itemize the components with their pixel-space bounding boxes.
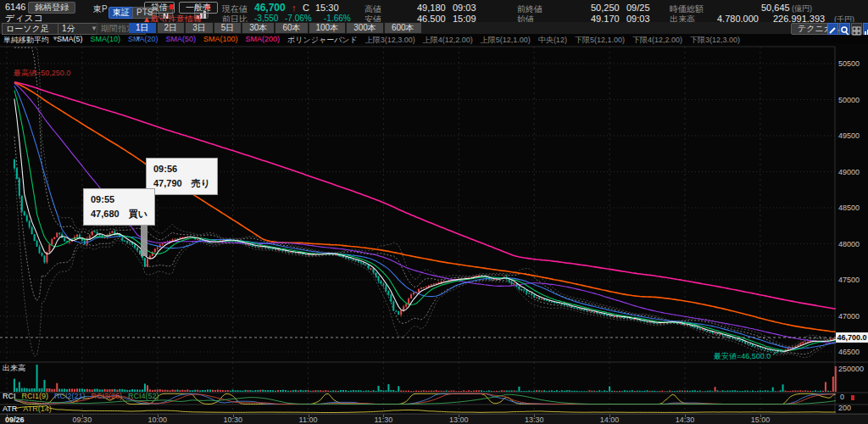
bollinger-band-label: 上限4(12,2.00) [423, 35, 473, 46]
period-button-60本[interactable]: 60本 [275, 23, 307, 33]
candle [518, 287, 520, 289]
volume-bar [353, 390, 354, 392]
volume-bar [330, 391, 331, 392]
volume-bar [765, 390, 766, 392]
candle [400, 310, 402, 315]
bollinger-band-label: 下限4(12,2.00) [632, 35, 682, 46]
candle [413, 293, 415, 294]
volume-bar [176, 389, 178, 392]
candle [69, 242, 70, 243]
market-segment: 東P [93, 3, 108, 15]
candle [794, 346, 796, 347]
general-sell-button[interactable]: 一般売 [179, 2, 218, 14]
volume-bar [772, 388, 774, 392]
volume-bar [729, 391, 731, 392]
volume-bar [403, 391, 404, 392]
volume-bar [822, 391, 824, 392]
time-tick-mark [233, 415, 234, 417]
candle [363, 263, 364, 265]
exchange-tse-button[interactable]: 東証 [108, 7, 134, 19]
period-button-3日[interactable]: 3日 [186, 23, 213, 33]
candle [56, 233, 58, 237]
trade-time: 09:56 [153, 162, 210, 176]
chart-type-dropdown[interactable]: ローソク足▼ [2, 23, 63, 35]
volume-bar [674, 391, 676, 392]
period-button-5日[interactable]: 5日 [214, 23, 242, 33]
time-tick-label: 09/26 [5, 416, 25, 424]
period-button-2日[interactable]: 2日 [158, 23, 185, 33]
candle [624, 317, 626, 318]
candle [744, 342, 746, 343]
magnifier-icon[interactable] [839, 23, 850, 35]
volume-bar [506, 390, 508, 392]
bollinger-band-label: 下限3(12,3.00) [690, 35, 740, 46]
volume-bar [376, 391, 377, 392]
volume-bar [785, 391, 787, 392]
stock-chart-app: 6146 ディスコ 銘柄登録 東P 東証 PTS N 貸借 一般売 ▲取引注意情… [0, 0, 868, 424]
candle [247, 244, 248, 245]
candle [538, 298, 540, 299]
volume-bar [654, 391, 655, 392]
volume-bar [392, 390, 394, 392]
trade-tooltip-sell: 09:56 47,790 売り [146, 158, 218, 195]
bar-chart-icon[interactable] [863, 23, 868, 35]
volume-bar [807, 391, 809, 392]
volume-bar [292, 390, 294, 392]
candle [493, 279, 495, 280]
volume-bar [212, 390, 214, 392]
candle [576, 308, 578, 309]
volume-bar [56, 383, 58, 392]
volume-bar [664, 391, 665, 392]
pencil-icon[interactable] [827, 23, 838, 35]
period-button-30本[interactable]: 30本 [242, 23, 274, 33]
volume-bar [726, 391, 728, 392]
volume-bar [533, 391, 535, 392]
volume-bar [270, 390, 271, 392]
candle [21, 196, 23, 211]
period-button-600本[interactable]: 600本 [385, 23, 421, 33]
candle [403, 306, 404, 310]
interval-dropdown[interactable]: 1分▼ [58, 23, 102, 35]
volume-bar [817, 391, 819, 392]
candle [523, 289, 525, 290]
volume-bar [551, 390, 553, 392]
volume-bar [300, 390, 302, 392]
candle [390, 295, 392, 302]
candle [51, 239, 53, 244]
grid-icon[interactable] [851, 23, 862, 35]
candle [799, 343, 801, 345]
period-button-100本[interactable]: 100本 [309, 23, 346, 33]
candle [656, 323, 658, 324]
volume-bar [830, 391, 832, 392]
volume-bar [441, 391, 442, 392]
volume-bar [320, 390, 321, 392]
margin-button[interactable]: 貸借 [144, 2, 175, 14]
candle [541, 298, 542, 299]
volume-bar [799, 390, 801, 392]
candle [53, 237, 55, 239]
candle [58, 233, 60, 235]
period-button-300本[interactable]: 300本 [347, 23, 383, 33]
candle [136, 248, 138, 250]
register-stock-button[interactable]: 銘柄登録 [28, 2, 75, 14]
candle [405, 304, 407, 307]
volume-bar [295, 390, 297, 392]
candle [802, 343, 804, 343]
volume-bar [348, 391, 349, 392]
volume-bar [588, 390, 590, 392]
candle [548, 301, 550, 302]
volume-bar [303, 390, 304, 392]
candle [355, 260, 357, 261]
volume-bar [162, 390, 164, 392]
volume-bar [804, 390, 806, 392]
candle [197, 239, 198, 240]
volume-bar [820, 391, 821, 392]
volume-bar [443, 391, 445, 392]
market-cap-value: 50,645 [761, 3, 790, 13]
volume-bar [355, 390, 357, 392]
volume-bar [684, 391, 686, 392]
period-button-1日[interactable]: 1日 [129, 23, 156, 33]
candle [715, 333, 716, 334]
volume-bar [760, 390, 761, 392]
volume-bar [511, 390, 513, 392]
